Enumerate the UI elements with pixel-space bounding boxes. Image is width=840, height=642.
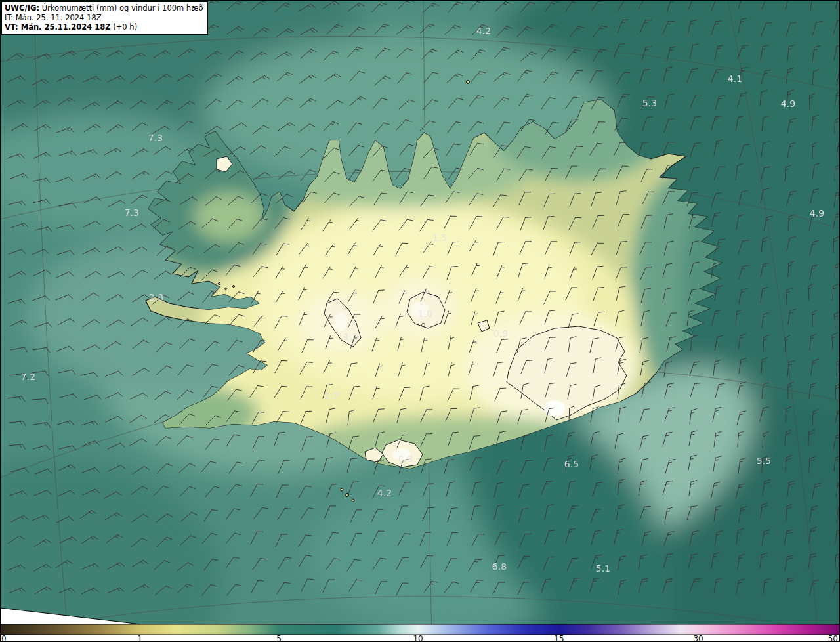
weather-map-screenshot: 4.24.15.34.97.37.34.91.52.81.00.91.07.22… [0,0,840,642]
contour-label: 1.5 [432,232,447,243]
contour-label: 6.8 [492,561,507,572]
contour-label: 7.3 [148,133,163,143]
product-title: Úrkomumætti (mm) og vindur i 100m hæð [39,3,203,12]
contour-label: 2.7 [324,391,339,401]
title-line-valid-time: VT: Mán. 25.11.2024 18Z (+0 h) [5,22,203,32]
contour-label: 5.3 [642,98,657,108]
colorbar-tick: 5 [276,634,282,642]
contour-label: 1.0 [344,332,358,342]
contour-label: 7.2 [21,372,35,382]
colorbar-gradient [0,624,840,635]
colorbar-tick: 50 [828,634,838,642]
colorbar-tick: 10 [413,634,423,642]
product-label: UWC/IG: [5,3,39,12]
title-line-product: UWC/IG: Úrkomumætti (mm) og vindur i 100… [5,3,203,13]
contour-label: 7.3 [125,207,139,218]
weather-map-canvas: 4.24.15.34.97.37.34.91.52.81.00.91.07.22… [0,0,840,642]
contour-label: 2.8 [149,292,163,303]
contour-label: 1.0 [418,309,432,319]
contour-label: 4.1 [728,74,742,84]
colorbar-tick: 30 [693,634,703,642]
valid-time-offset: (+0 h) [111,22,138,32]
contour-label: 5.5 [757,456,771,466]
colorbar-tick: 1 [137,634,142,642]
contour-label: 4.2 [377,488,392,498]
contour-label: 4.9 [810,208,824,219]
colorbar-tick: 15 [554,634,564,642]
title-line-init-time: IT: Mán. 25. 11. 2024 18Z [5,13,203,23]
title-box: UWC/IG: Úrkomumætti (mm) og vindur i 100… [1,1,208,35]
valid-time: VT: Mán. 25.11.2024 18Z [5,22,111,32]
contour-label: 6.5 [564,459,579,469]
contour-label: 4.9 [781,98,795,109]
colorbar-tick: 0 [1,634,7,642]
contour-label: 5.1 [596,563,610,574]
contour-label: 0.8 [398,454,413,464]
contour-label: 0.9 [494,328,508,339]
contour-label: 4.2 [476,26,491,36]
